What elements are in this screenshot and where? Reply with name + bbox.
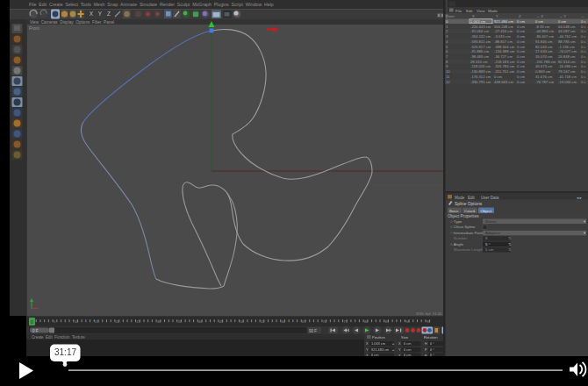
svg-text:-16.696 cm: -16.696 cm xyxy=(558,64,577,68)
svg-text:-220.443 cm: -220.443 cm xyxy=(470,25,491,29)
svg-text:0 c: 0 c xyxy=(581,60,586,64)
svg-text:Y: Y xyxy=(98,11,103,17)
svg-text:Mode: Mode xyxy=(455,196,465,200)
svg-text:Maximum Length: Maximum Length xyxy=(454,247,484,252)
svg-text:-36.727 cm: -36.727 cm xyxy=(494,54,513,59)
svg-text:-311.751 cm: -311.751 cm xyxy=(494,69,514,74)
svg-text:5: 5 xyxy=(54,320,55,324)
svg-text:82.043 cm: 82.043 cm xyxy=(535,45,553,49)
svg-text:Front: Front xyxy=(29,25,39,31)
svg-text:0 c: 0 c xyxy=(581,75,586,79)
svg-text:Point: Point xyxy=(446,14,455,18)
svg-text:0 c: 0 c xyxy=(581,39,586,44)
svg-text:-3.615 cm: -3.615 cm xyxy=(494,34,511,39)
svg-text:-398.344 cm: -398.344 cm xyxy=(494,45,515,49)
svg-text:82.314 cm: 82.314 cm xyxy=(558,60,576,64)
svg-text:0 cm: 0 cm xyxy=(517,45,526,49)
svg-text:28.315 cm: 28.315 cm xyxy=(470,60,488,64)
svg-text:Z: Z xyxy=(107,11,111,17)
svg-text:-218.183 cm: -218.183 cm xyxy=(494,60,515,64)
svg-text:0 c: 0 c xyxy=(581,49,586,54)
svg-text:0 c: 0 c xyxy=(581,34,586,39)
svg-text:0 c: 0 c xyxy=(581,19,586,24)
svg-text:0: 0 xyxy=(31,319,33,325)
svg-text:0 c: 0 c xyxy=(581,69,586,74)
svg-text:Bézier: Bézier xyxy=(485,219,497,224)
svg-text:←: ← xyxy=(581,14,584,18)
svg-text:Edit: Edit xyxy=(468,196,476,200)
svg-text:0.869 cm: 0.869 cm xyxy=(535,69,551,74)
svg-text:10: 10 xyxy=(446,69,450,74)
svg-text:0 c: 0 c xyxy=(581,25,586,29)
svg-text:0 c: 0 c xyxy=(581,29,586,33)
svg-text:90 F: 90 F xyxy=(309,329,317,333)
svg-text:⇅: ⇅ xyxy=(508,247,512,252)
svg-text:File: File xyxy=(455,9,463,13)
svg-text:X: X xyxy=(90,11,94,17)
svg-text:11: 11 xyxy=(446,75,450,79)
svg-text:Object Properties: Object Properties xyxy=(448,214,479,218)
svg-text:← Y: ← Y xyxy=(559,14,566,18)
svg-text:0 cm: 0 cm xyxy=(517,69,526,74)
svg-text:-41.718 cm: -41.718 cm xyxy=(558,75,577,79)
svg-text:0 cm: 0 cm xyxy=(517,80,526,84)
svg-text:View: View xyxy=(477,9,485,13)
svg-text:88.785 cm: 88.785 cm xyxy=(558,39,576,44)
svg-text:-13.034 cm: -13.034 cm xyxy=(558,80,577,84)
svg-text:26.848 cm: 26.848 cm xyxy=(558,54,576,59)
svg-text:Z: Z xyxy=(519,14,521,18)
svg-text:17.633 cm: 17.633 cm xyxy=(535,49,553,54)
svg-text:-118.026 cm: -118.026 cm xyxy=(470,64,491,68)
svg-text:○ Angle: ○ Angle xyxy=(450,242,463,247)
svg-text:W3D Spl 31:46: W3D Spl 31:46 xyxy=(416,311,442,316)
svg-text:-44.884 cm: -44.884 cm xyxy=(535,29,554,33)
svg-text:0 cm: 0 cm xyxy=(558,19,567,24)
svg-text:◂ ▸: ◂ ▸ xyxy=(577,196,583,200)
svg-text:31:17: 31:17 xyxy=(54,347,76,357)
svg-text:-91.886 cm: -91.886 cm xyxy=(470,49,489,54)
svg-text:-330.791 cm: -330.791 cm xyxy=(470,80,491,84)
svg-text:1.063 cm: 1.063 cm xyxy=(470,19,486,24)
svg-text:79.167 cm: 79.167 cm xyxy=(558,69,576,74)
svg-text:Number: Number xyxy=(454,236,468,240)
svg-text:Spline Options: Spline Options xyxy=(455,202,483,206)
svg-text:556.248 cm: 556.248 cm xyxy=(494,25,513,29)
svg-text:-76.787 cm: -76.787 cm xyxy=(535,80,554,84)
svg-text:Object: Object xyxy=(481,209,492,213)
svg-text:44.087 cm: 44.087 cm xyxy=(558,29,576,33)
svg-text:Basic: Basic xyxy=(449,209,460,213)
svg-text:Y: Y xyxy=(496,14,498,18)
svg-text:5 cm: 5 cm xyxy=(485,247,494,252)
svg-text:X: X xyxy=(472,14,475,18)
svg-text:User Data: User Data xyxy=(481,196,499,200)
svg-text:Coord.: Coord. xyxy=(464,209,476,213)
svg-text:35.074 cm: 35.074 cm xyxy=(535,54,553,59)
svg-text:-525.817 cm: -525.817 cm xyxy=(470,45,491,49)
svg-text:Mode: Mode xyxy=(488,9,498,13)
svg-text:○ Close Spline: ○ Close Spline xyxy=(450,225,476,229)
svg-text:-86.407 cm: -86.407 cm xyxy=(535,34,554,39)
svg-text:⇅: ⇅ xyxy=(508,242,512,247)
svg-text:0 c: 0 c xyxy=(581,54,586,59)
svg-text:-130.889 cm: -130.889 cm xyxy=(470,69,491,74)
svg-text:-74.077 cm: -74.077 cm xyxy=(558,49,577,54)
svg-text:-151.786 cm: -151.786 cm xyxy=(535,60,556,64)
svg-text:-176.312 cm: -176.312 cm xyxy=(470,75,491,79)
svg-text:0 F: 0 F xyxy=(32,329,39,333)
svg-text:0 cm: 0 cm xyxy=(517,60,526,64)
svg-text:0 cm: 0 cm xyxy=(517,75,526,79)
svg-text:-27.416 cm: -27.416 cm xyxy=(494,29,513,33)
svg-text:448.663 cm: 448.663 cm xyxy=(494,80,513,84)
svg-text:-593.811 cm: -593.811 cm xyxy=(470,39,491,44)
svg-text:-134.388 cm: -134.388 cm xyxy=(494,49,515,54)
svg-text:Adaptive: Adaptive xyxy=(485,231,501,235)
svg-text:0 c: 0 c xyxy=(581,80,586,84)
svg-text:0 cm: 0 cm xyxy=(517,19,526,24)
svg-text:12: 12 xyxy=(446,80,450,84)
svg-text:Edit: Edit xyxy=(466,9,473,13)
svg-text:-91.064 cm: -91.064 cm xyxy=(470,29,489,33)
svg-text:0 cm: 0 cm xyxy=(517,39,526,44)
svg-text:921.484 cm: 921.484 cm xyxy=(494,19,513,24)
svg-text:○ Intermediate Points: ○ Intermediate Points xyxy=(450,231,484,235)
svg-text:-98.483 cm: -98.483 cm xyxy=(470,54,489,59)
